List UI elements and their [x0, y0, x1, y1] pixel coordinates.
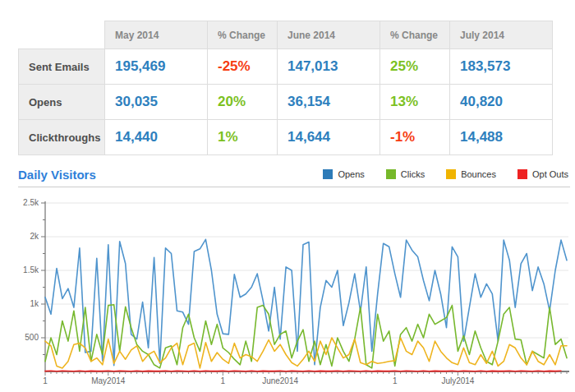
column-header-3: % Change — [380, 21, 450, 49]
x-axis-label: July2014 — [441, 376, 474, 385]
bounces-swatch-icon — [446, 169, 456, 179]
table-row: Clickthroughs14,4401%14,644-1%14,488 — [19, 120, 553, 155]
legend-item-opens[interactable]: Opens — [323, 169, 364, 179]
clicks-swatch-icon — [386, 169, 396, 179]
y-axis-label: 2k — [30, 232, 39, 241]
opt-outs-swatch-icon — [518, 169, 527, 179]
pct-change: 20% — [208, 85, 278, 120]
metric-value: 14,440 — [105, 120, 208, 155]
metric-value: 183,573 — [450, 49, 553, 85]
metric-value: 30,035 — [105, 85, 208, 120]
chart-legend: OpensClicksBouncesOpt Outs — [323, 169, 568, 179]
row-label: Opens — [19, 85, 105, 120]
metric-value: 195,469 — [105, 49, 208, 85]
x-axis-label: 1 — [221, 376, 226, 385]
legend-item-opt-outs[interactable]: Opt Outs — [518, 169, 568, 179]
legend-label: Opt Outs — [532, 169, 568, 179]
legend-item-clicks[interactable]: Clicks — [386, 169, 425, 179]
x-axis-label: May2014 — [91, 376, 126, 385]
pct-change: 1% — [208, 120, 278, 155]
y-axis-label: 500 — [25, 333, 39, 342]
daily-visitors-title: Daily Visitors — [18, 168, 96, 182]
column-header-0: May 2014 — [105, 21, 208, 49]
metric-value: 36,154 — [278, 85, 380, 120]
y-axis-label: 2.5k — [23, 198, 39, 207]
legend-label: Opens — [338, 169, 364, 179]
table-row: Sent Emails195,469-25%147,01325%183,573 — [19, 49, 553, 85]
metric-value: 14,644 — [278, 120, 380, 155]
monthly-stats-table: May 2014% ChangeJune 2014% ChangeJuly 20… — [18, 21, 553, 155]
pct-change: -25% — [208, 49, 278, 85]
table-row: Opens30,03520%36,15413%40,820 — [19, 85, 553, 120]
row-label: Sent Emails — [19, 49, 105, 85]
y-axis-label: 1.5k — [23, 265, 39, 274]
pct-change: -1% — [380, 120, 450, 155]
column-header-4: July 2014 — [450, 21, 553, 49]
pct-change: 25% — [380, 49, 450, 85]
pct-change: 13% — [380, 85, 450, 120]
metric-value: 147,013 — [278, 49, 380, 85]
table-corner-cell — [19, 21, 105, 49]
legend-label: Bounces — [461, 169, 496, 179]
metric-value: 14,488 — [450, 120, 553, 155]
column-header-1: % Change — [208, 21, 278, 49]
x-axis-label: 1 — [393, 376, 398, 385]
row-label: Clickthroughs — [19, 120, 105, 155]
legend-label: Clicks — [401, 169, 425, 179]
table-header-row: May 2014% ChangeJune 2014% ChangeJuly 20… — [19, 21, 553, 49]
metric-value: 40,820 — [450, 85, 553, 120]
opens-swatch-icon — [323, 169, 333, 179]
x-axis-label: 1 — [43, 376, 48, 385]
legend-item-bounces[interactable]: Bounces — [446, 169, 496, 179]
column-header-2: June 2014 — [278, 21, 380, 49]
daily-visitors-chart[interactable]: 5001k1.5k2k2.5k1May20141June20141July201… — [0, 196, 575, 392]
y-axis-label: 1k — [30, 299, 39, 308]
x-axis-label: June2014 — [262, 376, 298, 385]
series-line-opt-outs[interactable] — [45, 371, 561, 371]
section-divider — [18, 187, 570, 187]
